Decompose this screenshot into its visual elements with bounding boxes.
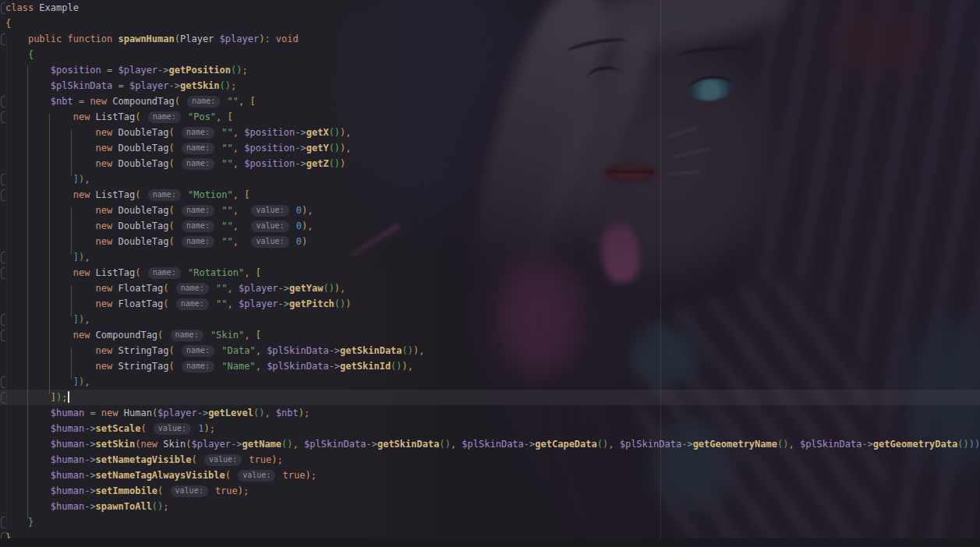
inlay-hint[interactable]: value: [251, 221, 288, 232]
code-token: ) [334, 283, 340, 294]
code-area[interactable]: class Example{ public function spawnHuma… [5, 0, 980, 545]
code-token: ) [238, 485, 243, 496]
code-line-8[interactable]: new ListTag( name: "Pos", [ [5, 109, 980, 125]
inlay-hint[interactable]: name: [182, 361, 214, 372]
inlay-hint[interactable]: name: [176, 283, 209, 295]
code-token: spawnToAll [96, 501, 152, 512]
code-line-30[interactable]: $human->setNametagVisible( value: true); [5, 452, 980, 468]
code-token: $player [191, 439, 231, 450]
inlay-hint[interactable]: name: [182, 236, 214, 248]
code-token: ( [135, 111, 146, 122]
code-line-29[interactable]: $human->setSkin(new Skin($player->getNam… [5, 436, 980, 452]
code-line-15[interactable]: new DoubleTag( name: "", value: 0), [5, 218, 980, 234]
code-token: ( [169, 127, 180, 138]
code-token: ListTag [96, 189, 136, 200]
code-line-18[interactable]: new ListTag( name: "Rotation", [ [5, 265, 980, 281]
code-token: ) [402, 361, 408, 372]
inlay-hint[interactable]: name: [182, 127, 214, 139]
inlay-hint[interactable]: value: [251, 205, 288, 217]
code-token: $position [244, 158, 295, 169]
inlay-hint[interactable]: name: [182, 205, 214, 217]
inlay-hint[interactable]: value: [154, 423, 191, 435]
code-line-17[interactable]: ]), [5, 249, 980, 265]
inlay-hint[interactable]: name: [182, 221, 214, 232]
code-line-23[interactable]: new StringTag( name: "Data", $plSkinData… [5, 343, 980, 358]
code-line-7[interactable]: $nbt = new CompoundTag( name: "", [ [5, 94, 980, 109]
code-line-20[interactable]: new FloatTag( name: "", $player->getPitc… [5, 296, 980, 312]
code-token: $plSkinData [267, 361, 328, 372]
code-line-2[interactable]: { [5, 16, 980, 31]
fold-marker[interactable] [1, 96, 5, 108]
code-line-32[interactable]: $human->setImmobile( value: true); [5, 483, 980, 499]
inlay-hint[interactable]: name: [182, 143, 214, 154]
fold-marker[interactable] [1, 392, 5, 404]
code-token [5, 143, 96, 154]
code-token: , [345, 143, 351, 154]
inlay-hint[interactable]: name: [182, 158, 214, 170]
code-line-14[interactable]: new DoubleTag( name: "", value: 0), [5, 203, 980, 218]
code-token: ] [73, 252, 79, 263]
code-line-6[interactable]: $plSkinData = $player->getSkin(); [5, 78, 980, 94]
code-token: } [28, 517, 34, 528]
code-line-12[interactable]: ]), [5, 171, 980, 187]
code-token: ( [163, 283, 174, 294]
inlay-hint[interactable]: value: [171, 485, 208, 497]
inlay-hint[interactable]: name: [182, 345, 214, 357]
fold-marker[interactable] [1, 189, 5, 201]
fold-marker[interactable] [1, 174, 5, 185]
code-token: $nbt [51, 96, 73, 107]
code-line-11[interactable]: new DoubleTag( name: "", $position->getZ… [5, 156, 980, 171]
inlay-hint[interactable]: value: [251, 236, 288, 248]
code-token [5, 205, 96, 216]
inlay-hint[interactable]: value: [238, 470, 275, 482]
code-line-13[interactable]: new ListTag( name: "Motion", [ [5, 187, 980, 203]
code-line-31[interactable]: $human->setNameTagAlwaysVisible( value: … [5, 468, 980, 483]
code-line-34[interactable]: } [5, 514, 980, 530]
code-token: new [101, 408, 124, 418]
code-line-24[interactable]: new StringTag( name: "Name", $plSkinData… [5, 358, 980, 374]
code-token: -> [861, 439, 872, 450]
fold-marker[interactable] [1, 2, 5, 14]
code-line-5[interactable]: $position = $player->getPosition(); [5, 62, 980, 78]
fold-marker[interactable] [1, 267, 5, 279]
code-token: [ [249, 330, 260, 341]
inlay-hint[interactable]: name: [148, 189, 181, 201]
fold-marker[interactable] [1, 376, 5, 388]
code-line-33[interactable]: $human->spawnToAll(); [5, 499, 980, 514]
fold-marker[interactable] [1, 330, 5, 341]
fold-marker[interactable] [1, 111, 5, 123]
inlay-hint[interactable]: value: [204, 454, 242, 466]
fold-marker[interactable] [1, 252, 5, 263]
code-line-25[interactable]: ]), [5, 374, 980, 390]
inlay-hint[interactable]: name: [171, 330, 203, 341]
code-token: () [777, 439, 788, 450]
inlay-hint[interactable]: name: [176, 298, 209, 310]
code-token: { [28, 49, 34, 60]
code-line-16[interactable]: new DoubleTag( name: "", value: 0) [5, 234, 980, 249]
code-token: -> [366, 439, 377, 450]
code-line-26[interactable]: ]); [5, 390, 980, 405]
fold-marker[interactable] [1, 517, 5, 528]
code-line-10[interactable]: new DoubleTag( name: "", $position->getY… [5, 140, 980, 156]
inlay-hint[interactable]: name: [148, 267, 181, 279]
code-token: getLevel [208, 408, 253, 418]
inlay-hint[interactable]: name: [148, 111, 181, 123]
fold-marker[interactable] [1, 314, 5, 326]
code-token: "" [216, 127, 233, 138]
fold-marker[interactable] [1, 34, 5, 45]
code-line-22[interactable]: new CompoundTag( name: "Skin", [ [5, 327, 980, 343]
code-line-9[interactable]: new DoubleTag( name: "", $position->getX… [5, 125, 980, 140]
code-token: ) [345, 298, 351, 309]
code-line-19[interactable]: new FloatTag( name: "", $player->getYaw(… [5, 281, 980, 296]
inlay-hint[interactable]: name: [187, 96, 220, 108]
code-token: , [228, 298, 233, 309]
code-line-4[interactable]: { [5, 47, 980, 62]
code-line-3[interactable]: public function spawnHuman(Player $playe… [5, 31, 980, 47]
code-token: -> [524, 439, 535, 450]
code-line-1[interactable]: class Example [5, 0, 980, 16]
code-line-27[interactable]: $human = new Human($player->getLevel(), … [5, 405, 980, 421]
code-token: () [220, 80, 231, 91]
code-line-21[interactable]: ]), [5, 312, 980, 327]
code-token: $human [51, 485, 84, 496]
code-line-28[interactable]: $human->setScale( value: 1); [5, 421, 980, 436]
